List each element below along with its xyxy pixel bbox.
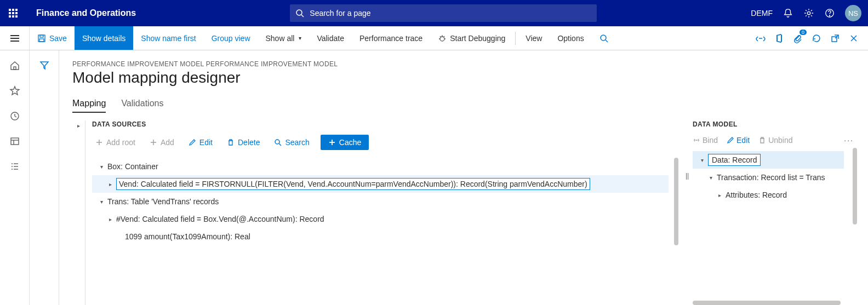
topbar: Finance and Operations Search for a page… <box>0 0 868 26</box>
filter-icon <box>39 60 49 70</box>
svg-point-14 <box>601 35 606 41</box>
office-icon[interactable] <box>774 33 785 44</box>
node-label: Trans: Table 'VendTrans' records <box>107 196 219 207</box>
show-details-button[interactable]: Show details <box>75 26 133 50</box>
home-icon[interactable] <box>9 60 20 71</box>
workspace-icon[interactable] <box>9 136 20 147</box>
scrollbar[interactable] <box>674 158 678 245</box>
plus-icon <box>95 139 103 146</box>
tree-node[interactable]: ▸ #Vend: Calculated field = Box.Vend(@.A… <box>92 210 669 228</box>
link-icon <box>693 136 700 144</box>
bug-icon <box>438 34 447 43</box>
page-title: Model mapping designer <box>72 69 857 87</box>
tree-node[interactable]: ▸ Attributes: Record <box>693 186 844 204</box>
start-debugging-button[interactable]: Start Debugging <box>430 26 513 50</box>
svg-line-12 <box>440 36 441 37</box>
svg-rect-6 <box>40 35 43 37</box>
hamburger-icon <box>10 35 19 42</box>
svg-line-1 <box>301 15 304 17</box>
help-icon[interactable] <box>824 8 835 19</box>
more-button[interactable]: ··· <box>844 136 854 145</box>
close-icon[interactable] <box>848 33 859 44</box>
tab-validations[interactable]: Validations <box>121 99 163 113</box>
show-all-dropdown[interactable]: Show all ▾ <box>258 26 310 50</box>
save-button[interactable]: Save <box>30 26 75 50</box>
edit-button[interactable]: Edit <box>727 136 750 145</box>
validate-button[interactable]: Validate <box>309 26 352 50</box>
bell-icon[interactable] <box>783 8 793 19</box>
tree-node[interactable]: ▾ Data: Record <box>693 151 844 169</box>
user-avatar[interactable]: NS <box>845 5 861 21</box>
caret-icon[interactable]: ▸ <box>106 216 114 222</box>
node-label: Data: Record <box>708 154 761 166</box>
search-icon <box>295 9 304 18</box>
link-icon[interactable] <box>755 33 766 44</box>
gear-icon[interactable] <box>803 8 814 19</box>
nav-toggle[interactable] <box>0 26 30 50</box>
svg-point-4 <box>829 15 830 16</box>
performance-trace-button[interactable]: Performance trace <box>352 26 430 50</box>
scrollbar[interactable] <box>693 301 841 305</box>
popout-icon[interactable] <box>830 33 841 44</box>
unbind-button[interactable]: Unbind <box>758 136 792 145</box>
svg-line-15 <box>606 40 608 42</box>
show-name-first-button[interactable]: Show name first <box>133 26 203 50</box>
filter-pane-toggle[interactable] <box>30 50 59 305</box>
search-placeholder: Search for a page <box>310 9 370 18</box>
command-bar: Save Show details Show name first Group … <box>0 26 868 50</box>
left-nav <box>0 50 30 305</box>
view-menu[interactable]: View <box>518 26 550 50</box>
group-view-button[interactable]: Group view <box>204 26 258 50</box>
svg-rect-19 <box>14 67 16 70</box>
data-sources-heading: DATA SOURCES <box>92 120 682 128</box>
node-label: #Vend: Calculated field = Box.Vend(@.Acc… <box>116 214 324 225</box>
node-label: 1099 amount(Tax1099Amount): Real <box>125 231 250 242</box>
breadcrumb: PERFORMANCE IMPROVEMENT MODEL PERFORMANC… <box>72 60 857 68</box>
bind-button[interactable]: Bind <box>693 136 718 145</box>
attachment-icon[interactable]: 0 <box>792 33 803 44</box>
pane-splitter[interactable]: || <box>682 120 693 305</box>
tab-mapping[interactable]: Mapping <box>72 99 106 113</box>
tree-node[interactable]: 1099 amount(Tax1099Amount): Real <box>92 228 669 245</box>
svg-rect-21 <box>11 138 19 145</box>
delete-button[interactable]: Delete <box>224 136 263 149</box>
chevron-right-icon: ▸ <box>77 123 80 305</box>
data-model-tree: ▾ Data: Record ▾ Transaction: Record lis… <box>693 151 857 204</box>
star-icon[interactable] <box>9 85 20 96</box>
caret-icon[interactable]: ▾ <box>98 199 105 205</box>
search-button[interactable]: Search <box>271 136 312 149</box>
add-root-button[interactable]: Add root <box>92 136 139 149</box>
tree-node[interactable]: ▾ Trans: Table 'VendTrans' records <box>92 193 669 210</box>
caret-icon[interactable]: ▾ <box>707 175 715 181</box>
global-search[interactable]: Search for a page <box>290 4 597 22</box>
tree-node[interactable]: ▾ Box: Container <box>92 158 669 175</box>
edit-button[interactable]: Edit <box>185 136 216 149</box>
app-launcher-icon[interactable] <box>0 0 26 26</box>
search-icon <box>599 34 608 43</box>
modules-icon[interactable] <box>9 161 20 172</box>
tree-node[interactable]: ▸ Vend: Calculated field = FIRSTORNULL(F… <box>92 175 669 193</box>
caret-icon[interactable]: ▾ <box>98 164 105 170</box>
refresh-icon[interactable] <box>811 33 822 44</box>
svg-point-0 <box>296 10 302 15</box>
data-sources-toolbar: Add root Add Edit <box>92 135 682 150</box>
caret-icon[interactable]: ▸ <box>716 192 723 198</box>
scrollbar[interactable] <box>853 148 857 225</box>
cache-button[interactable]: Cache <box>321 135 369 150</box>
trash-icon <box>227 139 235 146</box>
datasource-types-collapse[interactable]: ▸ <box>72 120 85 305</box>
clock-icon[interactable] <box>9 111 20 122</box>
add-button[interactable]: Add <box>146 136 178 149</box>
search-icon <box>274 139 282 146</box>
toolbar-search[interactable] <box>592 26 616 50</box>
caret-icon[interactable]: ▾ <box>698 157 706 163</box>
plus-icon <box>328 139 336 146</box>
tree-node[interactable]: ▾ Transaction: Record list = Trans <box>693 169 844 186</box>
company-code[interactable]: DEMF <box>751 9 773 18</box>
tabs: Mapping Validations <box>72 99 857 113</box>
caret-icon[interactable]: ▸ <box>106 181 114 187</box>
plus-icon <box>150 139 157 146</box>
options-menu[interactable]: Options <box>550 26 591 50</box>
save-icon <box>37 34 46 43</box>
attachment-badge: 0 <box>800 30 807 35</box>
